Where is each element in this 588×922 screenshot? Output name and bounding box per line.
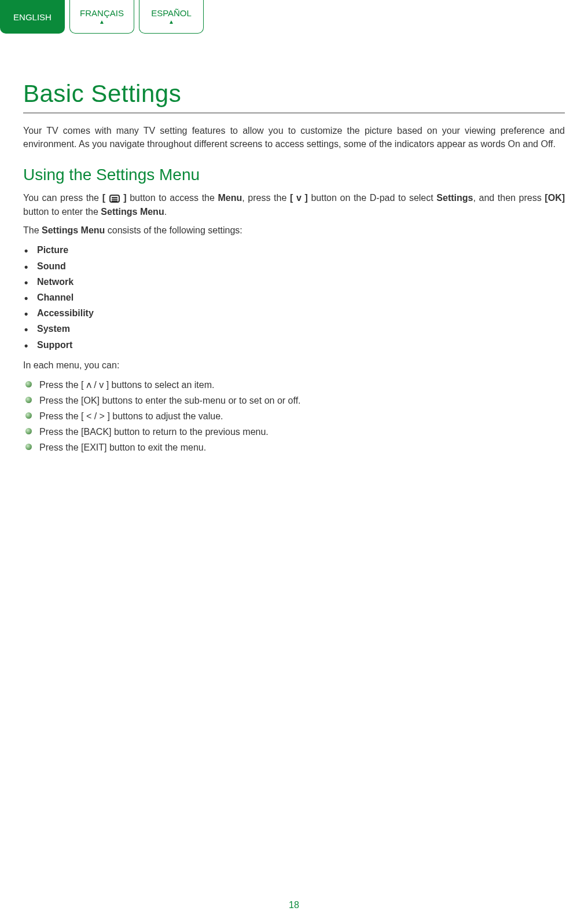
text: Press the bbox=[39, 427, 81, 437]
title-divider bbox=[23, 112, 565, 114]
settings-menu-list: Picture Sound Network Channel Accessibil… bbox=[23, 242, 565, 352]
text: buttons to select an item. bbox=[109, 380, 214, 390]
list-item: Press the [BACK] button to return to the… bbox=[23, 424, 565, 440]
page-content: Basic Settings Your TV comes with many T… bbox=[0, 34, 588, 479]
text: button to enter the bbox=[23, 207, 101, 217]
tab-english[interactable]: ENGLISH bbox=[0, 0, 65, 34]
text: , and then press bbox=[473, 193, 545, 203]
text: Settings Menu bbox=[101, 207, 164, 217]
subtitle: Using the Settings Menu bbox=[23, 166, 565, 184]
access-paragraph: You can press the [ ] button to access t… bbox=[23, 191, 565, 219]
text: [EXIT] bbox=[81, 442, 106, 452]
text: buttons to enter the sub-menu or to set … bbox=[100, 396, 300, 405]
tab-francais[interactable]: FRANÇAIS ▲ bbox=[69, 0, 134, 34]
text: [ v ] bbox=[290, 193, 308, 203]
text: consists of the following settings: bbox=[105, 225, 242, 235]
text: ] bbox=[120, 193, 127, 203]
text: [ ʌ / v ] bbox=[81, 380, 109, 390]
list-item: Picture bbox=[23, 242, 565, 258]
text: button to exit the menu. bbox=[106, 442, 206, 452]
page-title: Basic Settings bbox=[23, 80, 565, 108]
text: . bbox=[164, 207, 167, 217]
text: , press the bbox=[242, 193, 290, 203]
list-item: Press the [OK] buttons to enter the sub-… bbox=[23, 393, 565, 408]
tab-english-label: ENGLISH bbox=[13, 12, 52, 22]
text: You can press the bbox=[23, 193, 102, 203]
text: Settings Menu bbox=[42, 225, 105, 235]
text: Settings bbox=[436, 193, 473, 203]
list-item: Press the [ ʌ / v ] buttons to select an… bbox=[23, 377, 565, 393]
text: Press the bbox=[39, 411, 81, 421]
tab-espanol[interactable]: ESPAÑOL ▲ bbox=[139, 0, 204, 34]
text: button to return to the previous menu. bbox=[112, 427, 269, 437]
text: [BACK] bbox=[81, 427, 111, 437]
tab-francais-label: FRANÇAIS bbox=[80, 8, 124, 18]
text: [OK] bbox=[81, 396, 100, 405]
text: Menu bbox=[218, 193, 242, 203]
language-tabs: ENGLISH FRANÇAIS ▲ ESPAÑOL ▲ bbox=[0, 0, 588, 34]
text: Press the bbox=[39, 442, 81, 452]
list-item: Network bbox=[23, 274, 565, 290]
text: [ < / > ] bbox=[81, 411, 110, 421]
text: [ bbox=[102, 193, 109, 203]
text: Press the bbox=[39, 396, 81, 405]
list-item: Press the [ < / > ] buttons to adjust th… bbox=[23, 408, 565, 424]
list-item: Sound bbox=[23, 258, 565, 274]
list-item: Accessibility bbox=[23, 305, 565, 321]
tab-espanol-label: ESPAÑOL bbox=[151, 8, 192, 18]
text: [OK] bbox=[545, 193, 565, 203]
list-item: Channel bbox=[23, 290, 565, 305]
actions-list: Press the [ ʌ / v ] buttons to select an… bbox=[23, 377, 565, 456]
text: button to access the bbox=[127, 193, 218, 203]
list-item: System bbox=[23, 321, 565, 336]
chevron-up-icon: ▲ bbox=[168, 19, 174, 25]
text: The bbox=[23, 225, 42, 235]
list-item: Support bbox=[23, 337, 565, 353]
list-item: Press the [EXIT] button to exit the menu… bbox=[23, 440, 565, 455]
intro-text: Your TV comes with many TV setting featu… bbox=[23, 124, 565, 151]
menu-button-icon bbox=[109, 195, 120, 203]
chevron-up-icon: ▲ bbox=[99, 19, 105, 25]
text: Press the bbox=[39, 380, 81, 390]
text: button on the D-pad to select bbox=[308, 193, 437, 203]
page-number: 18 bbox=[0, 900, 588, 910]
in-each-text: In each menu, you can: bbox=[23, 358, 565, 372]
consists-paragraph: The Settings Menu consists of the follow… bbox=[23, 224, 565, 237]
text: buttons to adjust the value. bbox=[110, 411, 223, 421]
